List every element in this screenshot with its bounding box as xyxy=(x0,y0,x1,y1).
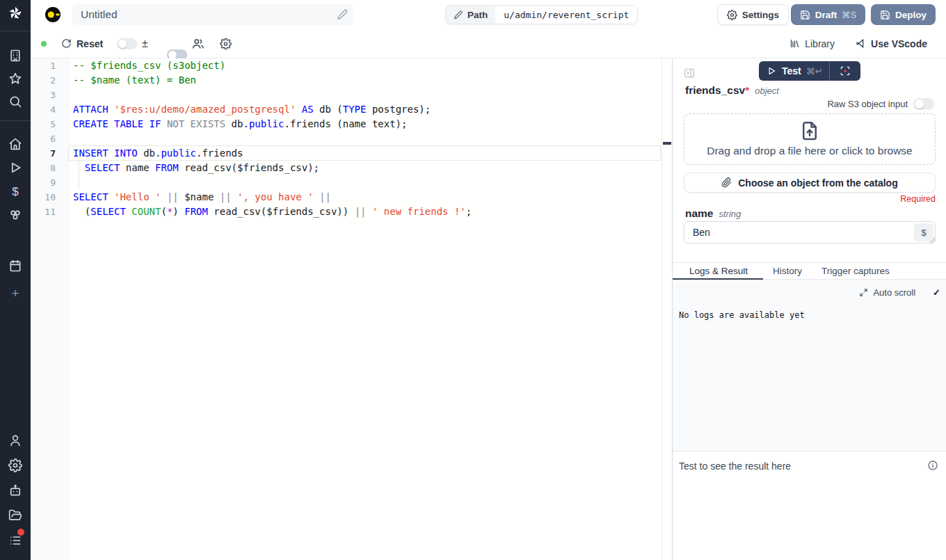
code-line-7[interactable]: 7INSERT INTO db.public.friends xyxy=(31,146,662,161)
line-code: ATTACH '$res:u/demo/amazed_postgresql' A… xyxy=(73,102,660,117)
divider xyxy=(829,61,830,81)
favorites-icon[interactable] xyxy=(8,72,22,86)
raw-s3-label: Raw S3 object input xyxy=(827,99,908,109)
line-number: 6 xyxy=(31,131,56,146)
code-editor[interactable]: 1-- $friends_csv (s3object)2-- $name (te… xyxy=(31,58,662,560)
arg-name: friends_csv xyxy=(685,84,745,96)
code-line-1[interactable]: 1-- $friends_csv (s3object) xyxy=(31,58,662,73)
code-line-10[interactable]: 10SELECT 'Hello ' || $name || ', you hav… xyxy=(31,190,662,205)
scrollbar-cursor-mark xyxy=(663,142,671,145)
file-upload-icon xyxy=(799,120,820,141)
path-field[interactable]: Path u/admin/reverent_script xyxy=(445,5,638,24)
settings-label: Settings xyxy=(742,10,779,20)
line-number: 10 xyxy=(31,190,56,205)
diff-toggle[interactable] xyxy=(117,38,137,49)
choose-object-button[interactable]: Choose an object from the catalog xyxy=(684,173,936,193)
reset-label: Reset xyxy=(77,38,103,49)
variables-icon[interactable]: $ xyxy=(8,184,22,198)
file-dropzone[interactable]: Drag and drop a file here or click to br… xyxy=(684,113,936,165)
logs-area: Auto scroll ✓ No logs are available yet xyxy=(673,280,946,451)
line-code: CREATE TABLE IF NOT EXISTS db.public.fri… xyxy=(73,117,660,131)
library-button[interactable]: Library xyxy=(789,38,835,49)
test-button[interactable]: Test ⌘↵ xyxy=(759,61,860,81)
line-code: (SELECT COUNT(*) FROM read_csv($friends_… xyxy=(73,205,660,219)
diff-icon[interactable]: ± xyxy=(142,38,148,50)
line-number: 2 xyxy=(31,73,56,88)
choose-object-label: Choose an object from the catalog xyxy=(738,177,897,189)
workspace-settings-icon[interactable] xyxy=(8,458,22,472)
tab-history[interactable]: History xyxy=(763,263,812,279)
gear-icon xyxy=(727,10,737,20)
schedules-icon[interactable] xyxy=(8,259,22,273)
arg-type: object xyxy=(755,86,779,96)
capture-target-icon[interactable] xyxy=(840,65,851,77)
draft-button[interactable]: Draft ⌘S xyxy=(791,4,865,25)
info-icon[interactable] xyxy=(927,460,938,471)
arg-name: name xyxy=(685,207,714,220)
changelog-icon[interactable] xyxy=(8,534,22,547)
status-dot xyxy=(41,41,47,47)
script-title-input[interactable] xyxy=(72,4,353,25)
folders-icon[interactable] xyxy=(8,509,22,522)
tab-trigger-captures[interactable]: Trigger captures xyxy=(812,263,899,279)
line-number: 9 xyxy=(31,175,56,190)
test-panel: Test ⌘↵ friends_csv* object Raw S3 objec… xyxy=(672,58,946,560)
vscode-label: Use VScode xyxy=(871,38,927,49)
code-line-11[interactable]: 11 (SELECT COUNT(*) FROM read_csv($frien… xyxy=(31,205,662,219)
library-label: Library xyxy=(805,38,835,49)
raw-s3-toggle[interactable] xyxy=(913,98,934,110)
code-line-2[interactable]: 2-- $name (text) = Ben xyxy=(31,73,662,88)
editor-settings-gear-icon[interactable] xyxy=(220,38,232,49)
result-placeholder: Test to see the result here xyxy=(679,461,791,472)
deploy-label: Deploy xyxy=(895,10,927,20)
settings-button[interactable]: Settings xyxy=(717,4,789,25)
edit-path-pencil-icon xyxy=(454,10,463,19)
vscode-icon xyxy=(856,38,866,49)
line-number: 8 xyxy=(31,161,56,175)
ai-icon[interactable] xyxy=(8,483,22,497)
resources-icon[interactable] xyxy=(8,208,22,222)
home-icon[interactable] xyxy=(8,137,22,151)
search-icon[interactable] xyxy=(8,95,22,109)
user-icon[interactable] xyxy=(8,433,22,447)
refresh-icon xyxy=(61,38,72,49)
test-label: Test xyxy=(782,65,801,77)
line-number: 3 xyxy=(31,88,56,102)
name-input[interactable] xyxy=(684,222,935,243)
tab-logs-result[interactable]: Logs & Result xyxy=(673,263,763,279)
arg-friends-csv-header: friends_csv* object xyxy=(685,84,779,97)
code-line-4[interactable]: 4ATTACH '$res:u/demo/amazed_postgresql' … xyxy=(31,102,662,117)
line-number: 1 xyxy=(31,58,56,73)
use-vscode-button[interactable]: Use VScode xyxy=(856,38,927,49)
sidebar-divider xyxy=(0,31,31,31)
expand-icon[interactable] xyxy=(859,288,868,297)
sidebar-divider xyxy=(0,120,31,121)
runs-icon[interactable] xyxy=(8,161,22,175)
check-icon[interactable]: ✓ xyxy=(933,287,940,298)
auto-scroll-control[interactable]: Auto scroll ✓ xyxy=(859,287,940,298)
code-line-8[interactable]: 8 SELECT name FROM read_csv($friends_csv… xyxy=(31,161,662,175)
save-icon xyxy=(800,10,810,20)
collapse-panel-icon[interactable] xyxy=(683,67,696,79)
code-line-3[interactable]: 3 xyxy=(31,88,662,102)
windmill-logo-icon[interactable] xyxy=(0,6,31,21)
resize-handle[interactable] xyxy=(929,237,936,243)
code-line-6[interactable]: 6 xyxy=(31,131,662,146)
path-value[interactable]: u/admin/reverent_script xyxy=(495,6,637,24)
edit-title-pencil-icon[interactable] xyxy=(337,9,348,20)
library-icon xyxy=(789,38,800,49)
reset-button[interactable]: Reset xyxy=(61,38,103,49)
code-line-5[interactable]: 5CREATE TABLE IF NOT EXISTS db.public.fr… xyxy=(31,117,662,131)
multiplayer-users-icon[interactable] xyxy=(192,38,205,50)
test-shortcut: ⌘↵ xyxy=(806,66,823,77)
save-icon xyxy=(880,10,890,20)
line-number: 5 xyxy=(31,117,56,131)
raw-s3-toggle-row: Raw S3 object input xyxy=(827,98,934,110)
deploy-button[interactable]: Deploy xyxy=(871,4,936,25)
workspace-icon[interactable] xyxy=(8,49,22,63)
add-icon[interactable]: + xyxy=(8,286,22,300)
code-line-9[interactable]: 9 xyxy=(31,175,662,190)
app-sidebar: $ + xyxy=(0,0,31,560)
draft-shortcut: ⌘S xyxy=(842,10,856,20)
required-hint: Required xyxy=(900,194,936,204)
